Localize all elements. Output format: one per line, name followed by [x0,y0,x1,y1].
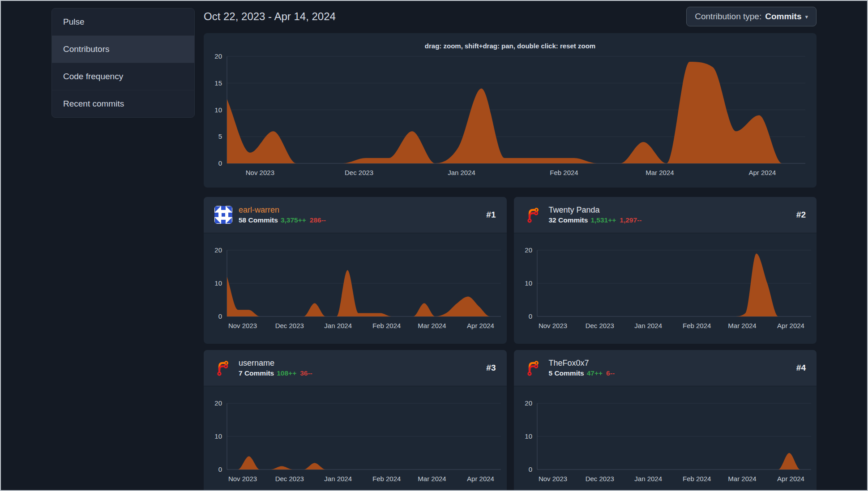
chart-zoom-hint: drag: zoom, shift+drag: pan, double clic… [204,42,817,50]
svg-text:20: 20 [214,399,222,407]
contributor-card-1: earl-warren 58 Commits3,375++286-- #1 01… [204,197,507,344]
area-chart-svg: 01020Nov 2023Dec 2023Jan 2024Feb 2024Mar… [204,386,507,491]
svg-text:15: 15 [214,79,222,87]
sidebar-item-recent-commits[interactable]: Recent commits [52,90,194,117]
contributor-commits-chart[interactable]: 01020Nov 2023Dec 2023Jan 2024Feb 2024Mar… [514,233,817,344]
svg-text:Mar 2024: Mar 2024 [646,169,674,176]
svg-text:Feb 2024: Feb 2024 [550,169,578,176]
overall-contributions-panel: drag: zoom, shift+drag: pan, double clic… [204,33,817,188]
svg-text:Jan 2024: Jan 2024 [324,475,352,482]
contributor-identity: TheFox0x7 5 Commits47++6-- [549,359,796,378]
forgejo-logo-avatar [525,206,543,224]
svg-text:Mar 2024: Mar 2024 [728,475,756,482]
rank-badge: #1 [486,210,496,220]
additions-count: 47++ [587,369,603,377]
sidebar-item-contributors[interactable]: Contributors [52,35,194,63]
contributor-commits-chart[interactable]: 01020Nov 2023Dec 2023Jan 2024Feb 2024Mar… [204,233,507,344]
svg-text:Mar 2024: Mar 2024 [728,322,756,329]
svg-text:Mar 2024: Mar 2024 [418,322,446,329]
contributor-stats: 32 Commits1,531++1,297-- [549,216,796,224]
contributor-card-3: username 7 Commits108++36-- #3 01020Nov … [204,350,507,491]
svg-text:20: 20 [214,246,222,254]
area-chart-svg: 01020Nov 2023Dec 2023Jan 2024Feb 2024Mar… [514,386,817,491]
contributor-stats: 5 Commits47++6-- [549,369,796,377]
area-chart-svg: 05101520Nov 2023Dec 2023Jan 2024Feb 2024… [204,33,817,188]
contributor-commits-chart[interactable]: 01020Nov 2023Dec 2023Jan 2024Feb 2024Mar… [514,386,817,491]
commit-count: 5 Commits [549,369,584,377]
contributor-card-4: TheFox0x7 5 Commits47++6-- #4 01020Nov 2… [514,350,817,491]
contributor-stats: 58 Commits3,375++286-- [239,216,486,224]
sidebar-item-pulse[interactable]: Pulse [52,9,194,35]
svg-text:0: 0 [218,465,222,473]
rank-badge: #3 [486,363,496,373]
sidebar-item-code-frequency[interactable]: Code frequency [52,63,194,90]
contributor-identity: username 7 Commits108++36-- [239,359,486,378]
contribution-type-label: Contribution type: [695,12,761,21]
contributor-card-header: username 7 Commits108++36-- #3 [204,350,507,386]
svg-text:10: 10 [525,432,532,440]
contributor-commits-chart[interactable]: 01020Nov 2023Dec 2023Jan 2024Feb 2024Mar… [204,386,507,491]
contributor-card-2: Twenty Panda 32 Commits1,531++1,297-- #2… [514,197,817,344]
contributor-name: TheFox0x7 [549,359,796,368]
svg-text:Apr 2024: Apr 2024 [467,475,494,482]
svg-text:Mar 2024: Mar 2024 [418,475,446,482]
additions-count: 3,375++ [281,216,306,224]
contributor-stats: 7 Commits108++36-- [239,369,486,377]
svg-text:Feb 2024: Feb 2024 [372,475,401,482]
area-chart-svg: 01020Nov 2023Dec 2023Jan 2024Feb 2024Mar… [514,233,817,344]
forgejo-logo-avatar [525,359,543,377]
contributor-card-header: earl-warren 58 Commits3,375++286-- #1 [204,197,507,233]
rank-badge: #2 [796,210,806,220]
commit-count: 58 Commits [239,216,278,224]
contributor-identity: earl-warren 58 Commits3,375++286-- [239,205,486,225]
svg-text:Apr 2024: Apr 2024 [467,322,494,329]
svg-text:Apr 2024: Apr 2024 [777,475,804,482]
deletions-count: 6-- [606,369,615,377]
contribution-type-dropdown[interactable]: Contribution type: Commits ▾ [686,7,817,26]
additions-count: 108++ [277,369,296,377]
date-range-title: Oct 22, 2023 - Apr 14, 2024 [204,10,336,23]
svg-text:10: 10 [214,106,222,114]
contributor-name: Twenty Panda [549,205,796,215]
svg-text:Jan 2024: Jan 2024 [634,322,662,329]
svg-text:Dec 2023: Dec 2023 [585,475,614,482]
svg-text:0: 0 [528,465,532,473]
activity-sidebar: Pulse Contributors Code frequency Recent… [51,8,195,118]
svg-text:Nov 2023: Nov 2023 [228,475,257,482]
svg-text:Feb 2024: Feb 2024 [683,322,711,329]
contributor-name: username [239,359,486,368]
svg-text:Apr 2024: Apr 2024 [748,169,776,176]
contributor-card-header: Twenty Panda 32 Commits1,531++1,297-- #2 [514,197,817,233]
deletions-count: 36-- [300,369,312,377]
chevron-down-icon: ▾ [805,13,808,20]
additions-count: 1,531++ [590,216,616,224]
svg-text:Dec 2023: Dec 2023 [275,475,304,482]
contributor-identity: Twenty Panda 32 Commits1,531++1,297-- [549,205,796,225]
svg-text:20: 20 [525,246,532,254]
svg-text:Dec 2023: Dec 2023 [345,169,373,176]
svg-text:0: 0 [218,312,222,320]
svg-text:0: 0 [218,159,222,167]
svg-text:Feb 2024: Feb 2024 [683,475,711,482]
svg-text:Nov 2023: Nov 2023 [246,169,274,176]
deletions-count: 1,297-- [620,216,641,224]
contributor-card-header: TheFox0x7 5 Commits47++6-- #4 [514,350,817,386]
svg-text:Jan 2024: Jan 2024 [324,322,352,329]
forgejo-logo-avatar [214,359,232,377]
commit-count: 32 Commits [549,216,588,224]
svg-text:5: 5 [218,132,222,140]
rank-badge: #4 [796,363,806,373]
overall-commits-chart[interactable]: 05101520Nov 2023Dec 2023Jan 2024Feb 2024… [204,33,817,188]
svg-text:Nov 2023: Nov 2023 [228,322,257,329]
identicon-avatar [214,206,232,224]
svg-text:10: 10 [214,279,222,287]
svg-text:Dec 2023: Dec 2023 [275,322,304,329]
svg-text:0: 0 [528,312,532,320]
svg-text:20: 20 [525,399,532,407]
contributor-name-link[interactable]: earl-warren [239,205,486,215]
deletions-count: 286-- [310,216,326,224]
svg-text:10: 10 [525,279,532,287]
contributor-cards-grid: earl-warren 58 Commits3,375++286-- #1 01… [204,197,817,491]
svg-text:Nov 2023: Nov 2023 [538,475,567,482]
area-chart-svg: 01020Nov 2023Dec 2023Jan 2024Feb 2024Mar… [204,233,507,344]
